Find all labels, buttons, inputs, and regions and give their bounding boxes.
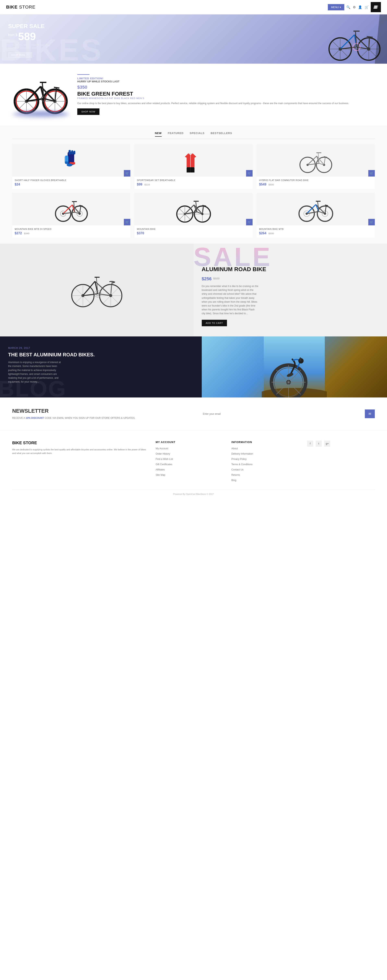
newsletter-discount: 10% DISCOUNT: [25, 417, 44, 419]
product-info: HYBRID FLAT BAR COMMUTER ROAD BIKE $549 …: [256, 177, 375, 189]
footer-account-col: MY ACCOUNT My Account Order History Find…: [156, 441, 223, 484]
tab-new[interactable]: NEW: [155, 132, 162, 137]
list-item: Privacy Policy: [231, 457, 299, 461]
product-old-price: $119: [144, 183, 150, 186]
footer-link-contact[interactable]: Contact Us: [231, 468, 244, 471]
list-item: Contact Us: [231, 468, 299, 471]
footer-social-col: f t g+: [307, 441, 375, 484]
footer-link-sitemap[interactable]: Site Map: [156, 474, 165, 476]
copyright-text: Powered By OpenCart BikeStore © 2017: [173, 493, 214, 495]
list-item: Site Map: [156, 473, 223, 477]
svg-line-48: [54, 87, 59, 88]
product-image-wrap: 🛒: [12, 144, 131, 177]
svg-line-14: [340, 35, 354, 49]
hero-desc: Trinx M237 XPLODE 27.5 6500 Mountain Bik…: [8, 44, 53, 49]
product-cart-button[interactable]: 🛒: [246, 170, 253, 177]
list-item: Order History: [156, 452, 223, 455]
hero-from-text: from $: [8, 30, 17, 37]
menu-button[interactable]: MENU ▾: [328, 4, 344, 10]
list-item: Affiliates: [156, 468, 223, 471]
product-card: 🛒 SPORTSWEAR SET BREATHABLE $99 $119: [134, 144, 253, 189]
limited-desc: Our online shop is the best place to buy…: [77, 102, 375, 105]
hero-content: ONLY ONE DAY! SUPER SALE from $ 589 Trin…: [0, 14, 61, 64]
list-item: Returns: [231, 473, 299, 477]
googleplus-icon[interactable]: g+: [324, 441, 330, 447]
newsletter-right: ✉: [200, 409, 375, 418]
product-card: 🛒 SHORT HALF FINGER GLOVES BREATHABLE $2…: [12, 144, 131, 189]
product-price: $264: [259, 231, 266, 235]
product-info: MOUNTAIN BIKE MTB 24 SPEED $272 $340: [12, 225, 131, 237]
list-item: Delivery Information: [231, 452, 299, 455]
product-cart-button[interactable]: 🛒: [368, 219, 375, 225]
sale-text-content: SALE ALUMINUM ROAD BIKE $256 $320 Do you…: [194, 244, 387, 336]
newsletter-desc-before: RECEIVE A: [12, 417, 25, 419]
product-info: SHORT HALF FINGER GLOVES BREATHABLE $24: [12, 177, 131, 189]
footer-link-myaccount[interactable]: My Account: [156, 447, 168, 450]
product-suit-img: [180, 148, 207, 172]
product-cart-button[interactable]: 🛒: [368, 170, 375, 177]
cart-icon[interactable]: 🛒: [365, 5, 369, 9]
blog-section: BLOG MARCH 29, 2017 THE BEST ALUMINIUM R…: [0, 336, 387, 398]
product-card: 🛒 MOUNTAIN BIKE MTB 24 SPEED $272 $340: [12, 193, 131, 237]
search-icon[interactable]: 🔍: [346, 5, 350, 9]
svg-rect-53: [71, 150, 73, 154]
product-image-wrap: 🛒: [256, 193, 375, 225]
product-price: $99: [137, 183, 142, 186]
footer-link-terms[interactable]: Terms & Conditions: [231, 463, 253, 466]
limited-subtitle: FRAMED MINNESOTA 3.0 FAT BIKE BLACK RED …: [77, 97, 375, 99]
facebook-icon[interactable]: f: [307, 441, 313, 447]
footer-link-delivery[interactable]: Delivery Information: [231, 452, 253, 455]
gear-icon[interactable]: ⚙: [353, 5, 356, 9]
divider-line: [77, 74, 89, 75]
svg-line-138: [83, 294, 98, 296]
footer-link-blog[interactable]: Blog: [231, 479, 236, 482]
product-cart-button[interactable]: 🛒: [246, 219, 253, 225]
product-card: 🛒 MOUNTAIN BIKE $370: [134, 193, 253, 237]
footer-link-privacy[interactable]: Privacy Policy: [231, 458, 247, 460]
product-cart-button[interactable]: 🛒: [124, 170, 131, 177]
product-info: SPORTSWEAR SET BREATHABLE $99 $119: [134, 177, 253, 189]
footer-link-returns[interactable]: Returns: [231, 474, 240, 476]
product-image-wrap: 🛒: [134, 193, 253, 225]
sale-content: ALUMINUM ROAD BIKE $256 $320 Do you reme…: [202, 266, 379, 326]
product-cart-button[interactable]: 🛒: [124, 219, 131, 225]
footer-link-wishlist[interactable]: Find a Wish List: [156, 458, 173, 460]
product-old-price: $600: [268, 183, 274, 186]
footer-account-links: My Account Order History Find a Wish Lis…: [156, 447, 223, 477]
product-name: MOUNTAIN BIKE: [137, 228, 250, 230]
product-image-wrap: 🛒: [256, 144, 375, 177]
limited-bike-image: [12, 72, 69, 117]
header-icons: 🔍 ⚙ 👤 🛒: [346, 5, 369, 9]
sale-old-price: $320: [213, 277, 220, 280]
tab-specials[interactable]: SPECIALS: [190, 132, 205, 137]
product-mtb-img: [53, 195, 90, 223]
hero-shop-button[interactable]: SHOP NOW →: [8, 52, 32, 57]
newsletter-desc-after: CODE VIA EMAIL WHEN YOU SIGN UP FOR OUR …: [44, 417, 135, 419]
footer-link-orderhistory[interactable]: Order History: [156, 452, 170, 455]
footer-social-icons: f t g+: [307, 441, 375, 447]
footer-info-col: INFORMATION About Delivery Information P…: [231, 441, 299, 484]
limited-title: BIKE GREEN FOREST: [77, 91, 375, 97]
add-to-cart-button[interactable]: ADD TO CART: [202, 320, 227, 326]
newsletter-email-input[interactable]: [200, 409, 365, 418]
product-tabs: NEW FEATURED SPECIALS BESTSELLERS: [12, 132, 375, 139]
product-old-price: $340: [24, 232, 29, 235]
footer-link-affiliates[interactable]: Affiliates: [156, 468, 165, 471]
footer-link-about[interactable]: About: [231, 447, 238, 450]
svg-line-107: [202, 205, 204, 214]
newsletter-submit-button[interactable]: ✉: [365, 409, 375, 418]
svg-rect-54: [73, 151, 75, 154]
product-name: MOUNTAIN BIKE MTB: [259, 228, 373, 230]
tab-bestsellers[interactable]: BESTSELLERS: [211, 132, 232, 137]
cyclist-photo: [202, 336, 387, 398]
twitter-icon[interactable]: t: [315, 441, 322, 447]
svg-line-22: [367, 37, 373, 37]
limited-text-content: LIMITED EDITION! HURRY UP WHILE STOCKS L…: [77, 74, 375, 115]
limited-shop-button[interactable]: SHOP NOW: [77, 108, 99, 115]
footer-link-giftcert[interactable]: Gift Certificates: [156, 463, 172, 466]
svg-point-56: [67, 164, 72, 167]
user-icon[interactable]: 👤: [358, 5, 362, 9]
tab-featured[interactable]: FEATURED: [168, 132, 184, 137]
sale-roadbike-svg: [70, 269, 123, 312]
site-logo: BIKE STORE: [6, 5, 35, 10]
